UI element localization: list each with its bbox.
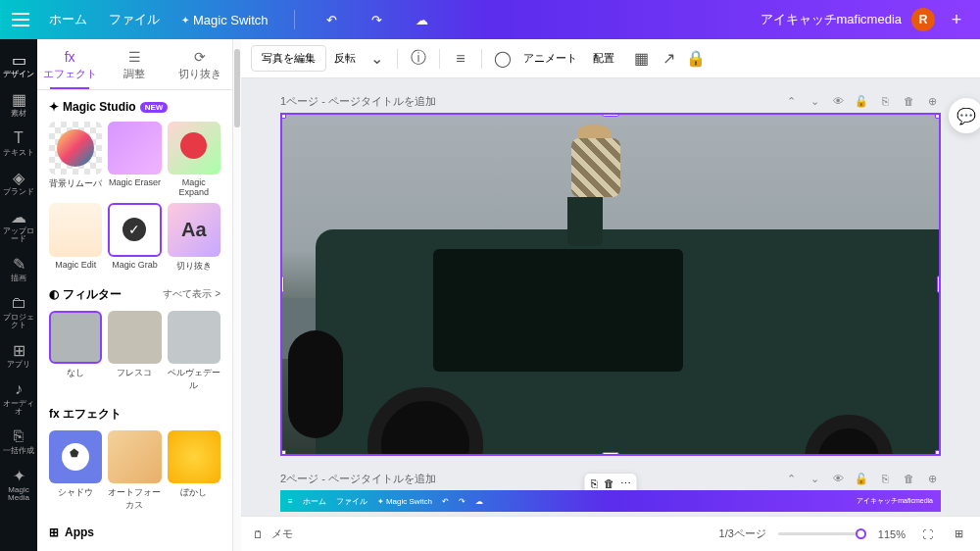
rail-elements[interactable]: ▦素材 (0, 84, 37, 122)
resize-handle-bl[interactable] (280, 450, 286, 456)
fx-blur[interactable]: ぼかし (168, 430, 220, 512)
page2-lock-icon[interactable]: 🔓 (853, 473, 870, 485)
rail-projects[interactable]: 🗀プロジェクト (0, 288, 37, 333)
share-plus-icon[interactable]: + (945, 8, 968, 31)
zoom-slider[interactable] (778, 532, 866, 535)
page-duplicate-icon[interactable]: ⎘ (876, 95, 894, 108)
resize-handle-tr[interactable] (935, 113, 941, 119)
fx-shadow[interactable]: シャドウ (49, 430, 102, 512)
user-avatar[interactable]: R (911, 8, 935, 31)
rail-upload[interactable]: ☁アップロード (0, 202, 37, 247)
resize-handle-br[interactable] (935, 450, 941, 456)
filter-belvedere[interactable]: ベルヴェデール (168, 311, 220, 392)
page-indicator[interactable]: 1/3ページ (719, 526, 766, 541)
tool-magic-edit[interactable]: Magic Edit (49, 203, 102, 272)
divider (294, 10, 295, 29)
tool-magic-grab[interactable]: ✓Magic Grab (108, 203, 161, 272)
comment-fab[interactable]: 💬 (949, 98, 980, 133)
grid-view-icon[interactable]: ⊞ (949, 525, 968, 544)
link-icon[interactable]: ↗ (656, 46, 681, 72)
page-lock-icon[interactable]: 🔓 (853, 95, 870, 108)
fx-icon: fx (37, 49, 102, 65)
resize-handle-right[interactable] (937, 276, 941, 293)
duplicate-element-icon[interactable]: ⎘ (591, 477, 598, 490)
edit-photo-button[interactable]: 写真を編集 (251, 45, 326, 72)
rail-bulk[interactable]: ⎘一括作成 (0, 422, 37, 459)
panel-tabs: fxエフェクト ☰調整 ⟳切り抜き (37, 39, 232, 90)
rail-magic-media[interactable]: ✦Magic Media (0, 461, 37, 506)
page-visibility-icon[interactable]: 👁 (829, 95, 847, 108)
page2-up-icon[interactable]: ⌃ (782, 473, 800, 485)
sparkle-icon: ✦ (49, 100, 59, 114)
tab-effects[interactable]: fxエフェクト (37, 39, 102, 89)
resize-handle-top[interactable] (602, 113, 619, 117)
page2-duplicate-icon[interactable]: ⎘ (876, 473, 894, 485)
filter-icon: ◐ (49, 287, 59, 301)
filter-fresco[interactable]: フレスコ (108, 311, 161, 392)
magic-switch-button[interactable]: Magic Switch (179, 9, 270, 31)
show-all-filters[interactable]: すべて表示 > (163, 287, 220, 301)
align-icon[interactable]: ≡ (448, 46, 473, 72)
fx-autofocus[interactable]: オートフォーカス (108, 430, 161, 512)
resize-handle-tl[interactable] (280, 113, 286, 119)
magic-studio-head: ✦ Magic Studio NEW (49, 100, 220, 114)
tool-crop-text[interactable]: Aa切り抜き (168, 203, 220, 272)
side-panel: fxエフェクト ☰調整 ⟳切り抜き ✦ Magic Studio NEW 背景リ… (37, 39, 233, 551)
transparency-icon[interactable]: ▦ (628, 46, 654, 72)
fullscreen-icon[interactable]: ⛶ (917, 525, 937, 544)
page2-add-icon[interactable]: ⊕ (923, 473, 941, 485)
page2-preview[interactable]: ≡ ホーム ファイル ✦ Magic Switch ↶↷☁ アイキャッチmafi… (280, 490, 941, 512)
context-toolbar: 写真を編集 反転 ⌄ ⓘ ≡ ◯ アニメート 配置 ▦ ↗ 🔒 (241, 39, 980, 78)
selected-photo[interactable] (282, 115, 939, 454)
flip-button[interactable]: 反転 (334, 51, 356, 66)
adjust-icon: ☰ (102, 49, 167, 65)
redo-icon[interactable]: ↷ (364, 6, 391, 33)
page1-title[interactable]: 1ページ - ページタイトルを追加 (280, 94, 436, 109)
page-add-icon[interactable]: ⊕ (923, 95, 941, 108)
rail-text[interactable]: Tテキスト (0, 124, 37, 161)
rail-design[interactable]: ▭デザイン (0, 45, 37, 82)
resize-handle-bottom[interactable] (602, 452, 619, 456)
resize-handle-left[interactable] (280, 276, 284, 293)
page1-canvas[interactable] (280, 113, 941, 456)
tab-adjust[interactable]: ☰調整 (102, 39, 167, 89)
canvas-scroll[interactable]: 1ページ - ページタイトルを追加 ⌃ ⌄ 👁 🔓 ⎘ 🗑 ⊕ (241, 78, 980, 516)
app-mockups[interactable]: ◳ Mockups › (49, 547, 220, 551)
rail-audio[interactable]: ♪オーディオ (0, 375, 37, 420)
more-element-icon[interactable]: ⋯ (620, 477, 631, 490)
tool-bg-remover[interactable]: 背景リムーバ (49, 122, 102, 197)
animate-icon: ◯ (490, 46, 515, 72)
rail-draw[interactable]: ✎描画 (0, 249, 37, 286)
fx-effects-head: fx エフェクト (49, 406, 220, 423)
animate-button[interactable]: アニメート (523, 51, 577, 66)
delete-element-icon[interactable]: 🗑 (604, 477, 614, 490)
document-title[interactable]: アイキャッチmaficmedia (760, 11, 902, 28)
file-button[interactable]: ファイル (107, 7, 162, 32)
panel-scrollbar[interactable] (233, 39, 241, 551)
flip-dropdown-icon[interactable]: ⌄ (364, 46, 389, 72)
tool-magic-eraser[interactable]: Magic Eraser (108, 122, 161, 197)
page2-down-icon[interactable]: ⌄ (806, 473, 823, 485)
tool-magic-expand[interactable]: Magic Expand (168, 122, 220, 197)
undo-icon[interactable]: ↶ (318, 6, 346, 33)
lock-icon[interactable]: 🔒 (683, 46, 709, 72)
rail-brand[interactable]: ◈ブランド (0, 163, 37, 200)
cloud-sync-icon[interactable]: ☁ (409, 6, 436, 33)
tab-crop[interactable]: ⟳切り抜き (168, 39, 232, 89)
page-delete-icon[interactable]: 🗑 (900, 95, 917, 108)
position-button[interactable]: 配置 (593, 51, 614, 66)
page2-delete-icon[interactable]: 🗑 (900, 473, 917, 485)
page-up-icon[interactable]: ⌃ (782, 95, 800, 108)
page2-visibility-icon[interactable]: 👁 (829, 473, 847, 485)
info-icon[interactable]: ⓘ (406, 46, 431, 72)
notes-icon[interactable]: 🗒 (253, 528, 264, 540)
zoom-value[interactable]: 115% (878, 528, 906, 540)
home-button[interactable]: ホーム (47, 7, 89, 32)
filter-none[interactable]: なし (49, 311, 102, 392)
page-down-icon[interactable]: ⌄ (806, 95, 823, 108)
page2-title[interactable]: 2ページ - ページタイトルを追加 (280, 472, 436, 486)
rail-apps[interactable]: ⊞アプリ (0, 335, 37, 373)
menu-icon[interactable] (12, 13, 29, 26)
notes-button[interactable]: メモ (271, 526, 293, 541)
apps-grid-icon: ⊞ (49, 526, 59, 539)
